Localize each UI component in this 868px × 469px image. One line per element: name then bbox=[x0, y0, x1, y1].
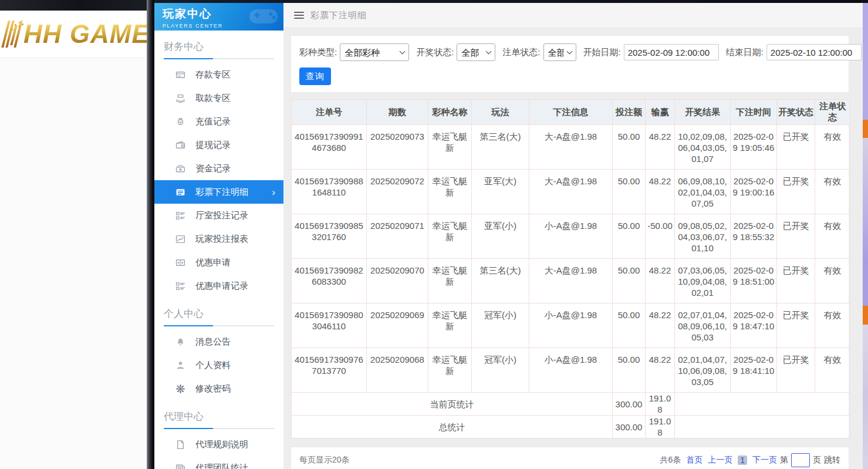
next-page-link[interactable]: 下一页 bbox=[752, 455, 777, 465]
table-cell: 小-A盘@1.98 bbox=[529, 348, 613, 393]
sidebar-item-agent-team-stats[interactable]: 代理团队统计 bbox=[154, 456, 283, 469]
column-header: 开奖结果 bbox=[675, 100, 731, 125]
sidebar-item-profile[interactable]: 个人资料 bbox=[154, 353, 283, 377]
sidebar-item-withdraw-zone[interactable]: 取款专区 bbox=[154, 86, 283, 110]
table-cell: 有效 bbox=[815, 303, 850, 348]
table-cell: 已开奖 bbox=[777, 214, 815, 259]
first-page-link[interactable]: 首页 bbox=[686, 455, 702, 465]
sidebar-section-title: 个人中心 bbox=[154, 298, 283, 325]
sidebar-item-change-password[interactable]: 修改密码 bbox=[154, 377, 283, 400]
table-cell: 幸运飞艇新 bbox=[428, 214, 472, 259]
summary-label-cell: 总统计 bbox=[292, 416, 613, 438]
start-date-label: 开始日期: bbox=[583, 47, 621, 58]
sidebar-item-recharge-records[interactable]: 充值记录 bbox=[154, 110, 283, 133]
table-cell: 有效 bbox=[815, 214, 850, 259]
table-cell: 已开奖 bbox=[777, 348, 815, 393]
summary-empty-cell bbox=[675, 393, 850, 416]
lottery-type-label: 彩种类型: bbox=[299, 47, 337, 58]
table-cell: 20250209071 bbox=[367, 214, 428, 259]
table-cell: 小-A盘@1.98 bbox=[529, 214, 613, 259]
table-cell: 2025-02-09 19:05:46 bbox=[731, 125, 777, 170]
wallet-icon bbox=[175, 140, 185, 150]
sidebar-item-label: 优惠申请 bbox=[195, 257, 231, 268]
sidebar-item-label: 存款专区 bbox=[195, 69, 231, 80]
table-cell: 48.22 bbox=[646, 170, 675, 214]
summary-bet-total-cell: 300.00 bbox=[613, 416, 646, 438]
query-button[interactable]: 查询 bbox=[299, 68, 331, 85]
table-cell: 已开奖 bbox=[777, 170, 815, 214]
column-header: 玩法 bbox=[472, 100, 529, 125]
gamepad-icon bbox=[247, 5, 280, 31]
column-header: 输赢 bbox=[646, 100, 675, 125]
records-icon bbox=[175, 211, 185, 221]
table-cell: 401569173909881648110 bbox=[292, 170, 367, 214]
table-cell: 大-A盘@1.98 bbox=[529, 259, 613, 303]
sidebar-item-label: 消息公告 bbox=[195, 336, 231, 347]
section-divider bbox=[164, 428, 274, 429]
table-cell: 20250209069 bbox=[367, 303, 428, 348]
summary-winloss-total-cell: 191.08 bbox=[646, 416, 675, 438]
table-cell: 幸运飞艇新 bbox=[428, 348, 472, 393]
table-cell: 06,09,08,10,02,01,04,03,07,05 bbox=[675, 170, 731, 214]
column-header: 注单状态 bbox=[815, 100, 850, 125]
draw-status-select[interactable]: 全部 bbox=[457, 43, 495, 61]
end-date-input[interactable] bbox=[766, 44, 862, 60]
table-cell: 50.00 bbox=[613, 348, 646, 393]
topbar: 彩票下注明细 bbox=[283, 3, 868, 28]
bet-table: 注单号期数彩种名称玩法下注信息投注额输赢开奖结果下注时间开奖状态注单状态 401… bbox=[291, 99, 850, 438]
sidebar-item-deposit-zone[interactable]: 存款专区 bbox=[154, 63, 283, 86]
hamburger-menu-icon[interactable] bbox=[294, 12, 304, 19]
table-cell: 第三名(大) bbox=[472, 259, 529, 303]
bet-list-icon bbox=[175, 187, 185, 197]
table-cell: 已开奖 bbox=[777, 259, 815, 303]
current-page-indicator[interactable]: 1 bbox=[738, 455, 747, 465]
sidebar-item-agent-rules[interactable]: 代理规则说明 bbox=[154, 433, 283, 456]
logo-mark bbox=[1, 21, 22, 48]
sidebar-item-label: 资金记录 bbox=[195, 163, 231, 174]
table-cell: 小-A盘@1.98 bbox=[529, 303, 613, 348]
start-date-input[interactable] bbox=[624, 44, 719, 60]
table-row: 40156917390985320176020250209071幸运飞艇新亚军(… bbox=[292, 214, 850, 259]
sidebar-item-player-bet-report[interactable]: 玩家投注报表 bbox=[154, 227, 283, 251]
section-divider bbox=[164, 325, 274, 326]
window-edge-divider bbox=[147, 0, 154, 469]
prev-page-link[interactable]: 上一页 bbox=[708, 455, 732, 465]
sidebar-item-label: 优惠申请记录 bbox=[195, 281, 248, 292]
table-cell: 2025-02-09 18:41:10 bbox=[731, 348, 777, 393]
table-cell: 冠军(小) bbox=[472, 348, 529, 393]
moneybag-icon bbox=[175, 117, 185, 127]
summary-label-cell: 当前页统计 bbox=[292, 393, 613, 416]
sidebar-item-label: 充值记录 bbox=[195, 116, 231, 127]
sidebar-item-messages[interactable]: 消息公告 bbox=[154, 330, 283, 353]
sidebar-item-withdraw-records[interactable]: 提现记录 bbox=[154, 133, 283, 157]
sidebar-item-promo-apply[interactable]: 优惠申请 bbox=[154, 251, 283, 274]
table-cell: 50.00 bbox=[613, 214, 646, 259]
sidebar-item-hall-bet-records[interactable]: 厅室投注记录 bbox=[154, 204, 283, 227]
column-header: 注单号 bbox=[292, 100, 367, 125]
sidebar-item-funds-records[interactable]: 资金记录 bbox=[154, 157, 283, 180]
table-cell: 07,03,06,05,10,09,04,08,02,01 bbox=[675, 259, 731, 303]
purse-icon bbox=[175, 164, 185, 174]
background-strip bbox=[863, 3, 868, 469]
table-cell: 大-A盘@1.98 bbox=[529, 170, 613, 214]
background-window-titlebar bbox=[0, 0, 147, 11]
table-header-row: 注单号期数彩种名称玩法下注信息投注额输赢开奖结果下注时间开奖状态注单状态 bbox=[292, 100, 850, 125]
table-cell: 02,07,01,04,08,09,06,10,05,03 bbox=[675, 303, 731, 348]
jump-link[interactable]: 跳转 bbox=[824, 455, 840, 465]
page-number-input[interactable] bbox=[791, 453, 810, 467]
table-cell: 50.00 bbox=[613, 125, 646, 170]
column-header: 开奖状态 bbox=[777, 100, 815, 125]
table-cell: 48.22 bbox=[646, 125, 675, 170]
column-header: 投注额 bbox=[613, 100, 646, 125]
sidebar-item-lottery-bet-details[interactable]: 彩票下注明细› bbox=[154, 180, 283, 204]
sidebar-item-label: 代理规则说明 bbox=[195, 439, 248, 450]
sidebar-item-promo-apply-records[interactable]: 优惠申请记录 bbox=[154, 274, 283, 298]
table-cell: 401569173909826083300 bbox=[292, 259, 367, 303]
bet-status-select[interactable]: 全部 bbox=[543, 43, 576, 61]
lottery-type-select[interactable]: 全部彩种 bbox=[340, 43, 409, 61]
table-cell: 10,02,09,08,06,04,03,05,01,07 bbox=[675, 125, 731, 170]
table-cell: 48.22 bbox=[646, 303, 675, 348]
table-cell: 2025-02-09 19:00:16 bbox=[731, 170, 777, 214]
summary-winloss-total-cell: 191.08 bbox=[646, 393, 675, 416]
column-header: 彩种名称 bbox=[428, 100, 472, 125]
